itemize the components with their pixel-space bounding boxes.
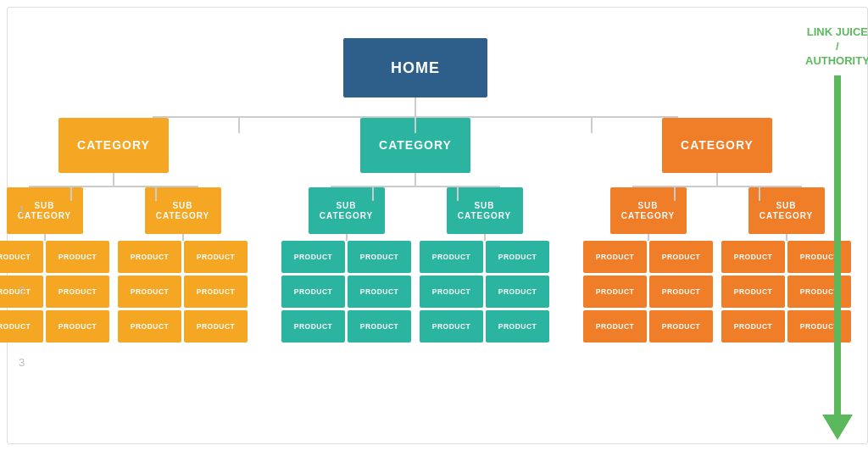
home-connector-h — [153, 116, 678, 118]
home-connector-v — [415, 97, 416, 116]
diagram-area: 1 2 3 HOME CATEGORY — [0, 0, 805, 451]
yellow-category: CATEGORY — [58, 118, 169, 173]
home-label: HOME — [391, 59, 440, 77]
home-node: HOME — [343, 38, 487, 97]
yellow-sub2-products: PRODUCTPRODUCT PRODUCTPRODUCT PRODUCTPRO… — [118, 241, 248, 342]
yellow-sub1-products: PRODUCTPRODUCT PRODUCTPRODUCT PRODUCTPRO… — [0, 241, 109, 342]
arrow-head — [822, 415, 853, 440]
main-container: 1 2 3 HOME CATEGORY — [0, 0, 868, 451]
teal-branch: CATEGORY SUB CATEGORY PRODUCTPRODUCT PRO… — [281, 118, 549, 342]
orange-category: CATEGORY — [662, 118, 772, 173]
right-panel: LINK JUICE /AUTHORITY — [805, 0, 868, 451]
level-1-label: 1 — [19, 203, 25, 216]
arrow-line — [834, 75, 841, 415]
link-juice-arrow — [826, 75, 849, 440]
link-juice-label: LINK JUICE /AUTHORITY — [805, 25, 868, 69]
level-2-label: 2 — [19, 284, 25, 297]
yellow-branch: CATEGORY SUB CATEGORY — [0, 118, 248, 342]
level-3-label: 3 — [19, 356, 25, 369]
